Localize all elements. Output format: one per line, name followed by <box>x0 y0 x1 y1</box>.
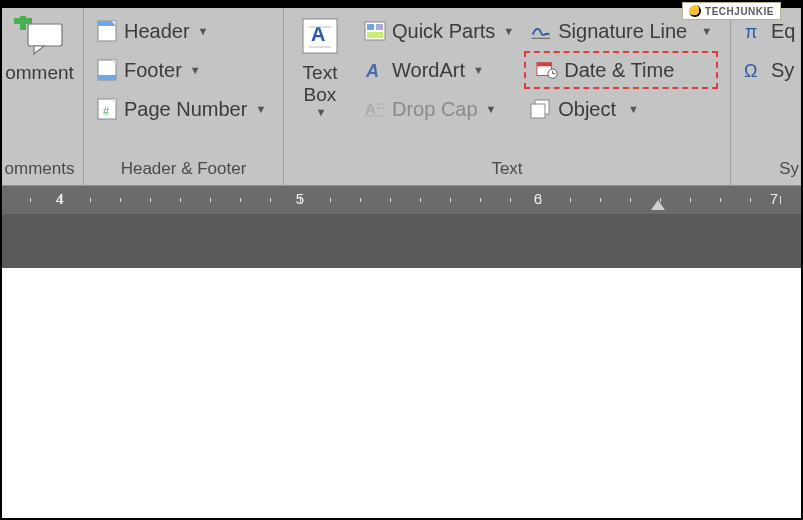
ruler-tick <box>690 198 691 202</box>
ribbon: omment omments Header ▼ <box>2 8 801 186</box>
svg-rect-0 <box>28 24 62 46</box>
techjunkie-logo-icon <box>689 5 701 17</box>
svg-rect-29 <box>531 104 545 118</box>
page-number-icon: # <box>96 98 118 120</box>
text-box-icon: A <box>294 14 346 58</box>
page-number-label: Page Number <box>124 98 247 121</box>
object-label: Object <box>558 98 616 121</box>
text-box-label: Text Box <box>303 62 338 106</box>
svg-rect-2 <box>20 16 26 30</box>
symbol-button[interactable]: Ω Sy <box>737 51 801 89</box>
quick-parts-label: Quick Parts <box>392 20 495 43</box>
svg-text:Ω: Ω <box>744 61 757 81</box>
svg-text:A: A <box>311 23 325 45</box>
svg-text:A: A <box>365 100 376 117</box>
ruler-tick <box>420 198 421 202</box>
comment-label: omment <box>5 62 74 84</box>
ruler-tick <box>630 198 631 202</box>
ruler-tick <box>720 198 721 202</box>
ruler-tick <box>450 198 451 202</box>
header-label: Header <box>124 20 190 43</box>
ruler-tick <box>570 198 571 202</box>
drop-cap-button[interactable]: A Drop Cap ▼ <box>358 90 520 128</box>
equation-label: Eq <box>771 20 795 43</box>
group-text-label: Text <box>290 155 724 185</box>
equation-icon: π <box>743 20 765 42</box>
ruler-tick <box>240 198 241 202</box>
text-box-button[interactable]: A Text Box ▼ <box>290 12 350 120</box>
highlight-date-time: Date & Time <box>524 51 718 89</box>
dropdown-caret-icon: ▼ <box>701 25 712 37</box>
ruler-tick <box>330 198 331 202</box>
date-time-icon <box>536 59 558 81</box>
group-symbols-label: Sy <box>737 155 801 185</box>
signature-icon <box>530 20 552 42</box>
dropdown-caret-icon: ▼ <box>503 25 514 37</box>
footer-label: Footer <box>124 59 182 82</box>
group-comments: omment omments <box>2 8 84 185</box>
dropdown-caret-icon: ▼ <box>255 103 266 115</box>
new-comment-button[interactable]: omment <box>1 12 78 86</box>
group-text: A Text Box ▼ Quick Parts <box>284 8 731 185</box>
horizontal-ruler[interactable]: 4 5 6 7 <box>2 186 801 214</box>
page-margin-area <box>2 214 801 268</box>
ruler-tick <box>780 196 781 204</box>
date-time-label: Date & Time <box>564 59 674 82</box>
ruler-tick <box>270 198 271 202</box>
watermark-text: TECHJUNKIE <box>705 6 774 17</box>
header-button[interactable]: Header ▼ <box>90 12 277 50</box>
ruler-tick <box>90 198 91 202</box>
signature-line-label: Signature Line <box>558 20 687 43</box>
ruler-tick <box>540 196 541 204</box>
dropdown-caret-icon: ▼ <box>628 103 639 115</box>
ruler-tick <box>60 196 61 204</box>
symbol-icon: Ω <box>743 59 765 81</box>
wordart-button[interactable]: A WordArt ▼ <box>358 51 520 89</box>
dropdown-caret-icon: ▼ <box>473 64 484 76</box>
ruler-tick <box>510 198 511 202</box>
group-comments-label: omments <box>2 155 77 185</box>
dropdown-caret-icon: ▼ <box>198 25 209 37</box>
svg-rect-6 <box>98 75 116 80</box>
ruler-tick <box>210 198 211 202</box>
svg-rect-15 <box>376 24 383 30</box>
group-symbols: π Eq Ω Sy Sy <box>731 8 801 185</box>
symbol-label: Sy <box>771 59 794 82</box>
watermark-badge: TECHJUNKIE <box>682 2 781 20</box>
quick-parts-button[interactable]: Quick Parts ▼ <box>358 12 520 50</box>
quick-parts-icon <box>364 20 386 42</box>
group-header-footer-label: Header & Footer <box>90 155 277 185</box>
ruler-tick <box>120 198 121 202</box>
ruler-tick <box>480 198 481 202</box>
svg-rect-14 <box>367 24 374 30</box>
date-time-button[interactable]: Date & Time <box>530 54 712 86</box>
svg-text:#: # <box>103 105 110 117</box>
object-icon <box>530 98 552 120</box>
ruler-tick <box>30 198 31 202</box>
indent-marker-icon[interactable] <box>651 200 665 210</box>
svg-rect-16 <box>367 32 383 38</box>
ruler-tick <box>360 198 361 202</box>
header-icon <box>96 20 118 42</box>
ruler-tick <box>750 198 751 202</box>
dropdown-caret-icon: ▼ <box>486 103 497 115</box>
document-page[interactable] <box>2 268 801 518</box>
drop-cap-icon: A <box>364 98 386 120</box>
page-number-button[interactable]: # Page Number ▼ <box>90 90 277 128</box>
ruler-tick <box>300 196 301 204</box>
footer-icon <box>96 59 118 81</box>
ruler-tick <box>390 198 391 202</box>
svg-text:A: A <box>365 61 379 80</box>
dropdown-caret-icon: ▼ <box>316 106 327 118</box>
footer-button[interactable]: Footer ▼ <box>90 51 277 89</box>
ruler-tick <box>660 198 661 202</box>
object-button[interactable]: Object ▼ <box>524 90 718 128</box>
wordart-icon: A <box>364 59 386 81</box>
comment-icon <box>14 14 66 58</box>
svg-rect-24 <box>537 63 552 67</box>
drop-cap-label: Drop Cap <box>392 98 478 121</box>
ruler-number: 7 <box>770 190 778 207</box>
ruler-tick <box>150 198 151 202</box>
wordart-label: WordArt <box>392 59 465 82</box>
svg-text:π: π <box>745 22 757 42</box>
